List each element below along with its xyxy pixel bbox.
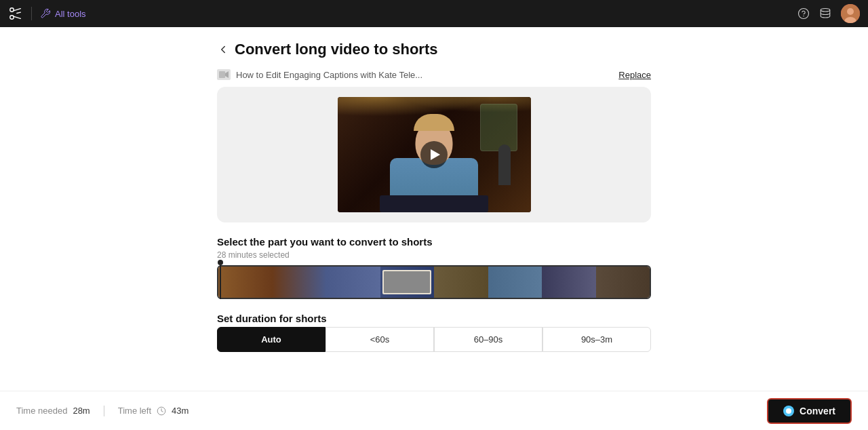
timeline-wrapper <box>217 265 651 299</box>
convert-icon-inner <box>786 408 791 414</box>
video-file-icon <box>219 71 229 79</box>
storage-button[interactable] <box>819 7 831 20</box>
convert-icon <box>783 406 794 416</box>
help-button[interactable] <box>797 7 810 20</box>
page-title: Convert long video to shorts <box>235 41 437 58</box>
time-left-value: 43m <box>172 406 189 416</box>
svg-rect-11 <box>219 71 225 78</box>
play-button[interactable] <box>420 141 448 168</box>
svg-point-7 <box>821 9 830 12</box>
timeline-frame-6 <box>488 267 542 298</box>
svg-marker-12 <box>225 71 229 78</box>
svg-line-4 <box>17 12 21 13</box>
scrubber-dot <box>218 260 223 265</box>
convert-button[interactable]: Convert <box>767 398 852 424</box>
footer-divider <box>104 406 104 416</box>
thumbnail-preview <box>382 270 431 295</box>
logo <box>8 6 23 21</box>
all-tools-link[interactable]: All tools <box>40 8 86 19</box>
storage-icon <box>819 7 831 20</box>
timeline-section: Select the part you want to convert to s… <box>217 236 651 299</box>
microphone <box>498 144 511 185</box>
help-icon <box>797 7 810 20</box>
app-logo-icon <box>8 6 23 21</box>
timeline-strip[interactable] <box>217 265 651 299</box>
timeline-frame-3 <box>326 267 380 298</box>
footer-info: Time needed 28m Time left 43m <box>16 406 189 416</box>
tools-icon <box>40 8 51 19</box>
svg-point-5 <box>799 9 809 19</box>
timeline-frame-8 <box>596 267 650 298</box>
clock-icon <box>157 406 166 416</box>
all-tools-label: All tools <box>55 9 86 19</box>
svg-line-2 <box>14 9 21 11</box>
time-needed-label: Time needed <box>16 406 67 416</box>
avatar[interactable] <box>841 4 860 23</box>
page-header: Convert long video to shorts <box>217 41 651 58</box>
duration-60s-button[interactable]: <60s <box>326 327 434 352</box>
time-needed-value: 28m <box>73 406 90 416</box>
file-name: How to Edit Engaging Captions with Kate … <box>236 70 422 80</box>
page-container: Convert long video to shorts How to Edit… <box>217 41 651 379</box>
replace-button[interactable]: Replace <box>618 70 651 80</box>
file-info: How to Edit Engaging Captions with Kate … <box>217 69 422 80</box>
svg-point-6 <box>804 16 804 16</box>
nav-right-actions <box>797 4 860 23</box>
timeline-frame-7 <box>542 267 596 298</box>
duration-60-90s-button[interactable]: 60–90s <box>434 327 542 352</box>
duration-section: Set duration for shorts Auto <60s 60–90s… <box>217 313 651 352</box>
duration-auto-button[interactable]: Auto <box>217 327 326 352</box>
duration-90s-3m-button[interactable]: 90s–3m <box>542 327 651 352</box>
top-navigation: All tools <box>0 0 868 27</box>
back-arrow-icon <box>217 43 229 56</box>
duration-buttons: Auto <60s 60–90s 90s–3m <box>217 327 651 352</box>
video-player[interactable] <box>338 97 531 212</box>
timeline-frame-5 <box>434 267 488 298</box>
timeline-section-heading: Select the part you want to convert to s… <box>217 236 651 248</box>
back-button[interactable] <box>217 43 229 56</box>
file-row: How to Edit Engaging Captions with Kate … <box>217 69 651 80</box>
video-preview-container <box>217 87 651 222</box>
file-type-icon <box>217 69 231 80</box>
timeline-selection-info: 28 minutes selected <box>217 250 651 260</box>
timeline-frame-1 <box>218 267 273 298</box>
scrubber-line <box>220 265 221 299</box>
svg-line-3 <box>14 16 21 18</box>
convert-label: Convert <box>800 406 835 416</box>
timeline-frame-4 <box>380 267 435 298</box>
svg-point-9 <box>847 8 854 15</box>
time-left-label: Time left <box>118 406 151 416</box>
timeline-frame-2 <box>273 267 327 298</box>
main-content: Convert long video to shorts How to Edit… <box>0 27 868 391</box>
avatar-image <box>841 4 860 23</box>
timeline-scrubber[interactable] <box>218 260 223 299</box>
nav-divider <box>31 7 32 20</box>
duration-section-heading: Set duration for shorts <box>217 313 651 324</box>
play-icon <box>431 149 440 160</box>
bottom-bar: Time needed 28m Time left 43m Convert <box>0 391 868 430</box>
